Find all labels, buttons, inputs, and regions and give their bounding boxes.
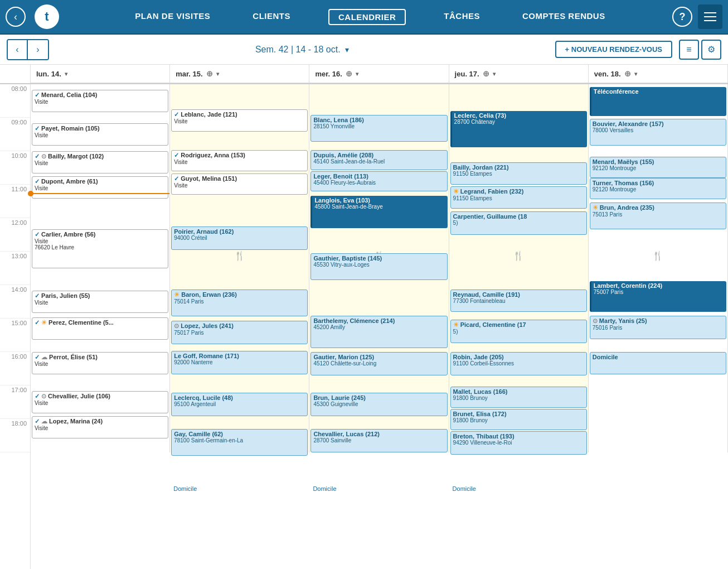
event-ven-4[interactable]: Turner, Thomas (156) 92120 Montrouge bbox=[590, 178, 726, 199]
event-jeu-1[interactable]: Leclerc, Celia (73) 28700 Châtenay bbox=[450, 111, 587, 147]
event-mer-domicile[interactable]: Domicile bbox=[310, 485, 447, 493]
nav-clients[interactable]: CLIENTS bbox=[248, 9, 295, 25]
event-jeu-3[interactable]: ☀ Legrand, Fabien (232) 91150 Étampes bbox=[450, 186, 587, 209]
day-col-mar: ✓ Leblanc, Jade (121) Visite ✓ Rodriguez… bbox=[170, 84, 309, 452]
day-header-lun: lun. 14. ▾ bbox=[31, 65, 170, 83]
time-header bbox=[0, 65, 31, 83]
event-mer-9[interactable]: Chevallier, Lucas (212) 28700 Sainville bbox=[310, 429, 447, 452]
week-dropdown-icon[interactable]: ▾ bbox=[345, 45, 349, 54]
event-mar-domicile[interactable]: Domicile bbox=[171, 485, 308, 493]
add-icon-mer[interactable]: ⊕ bbox=[346, 69, 352, 78]
event-mar-7[interactable]: Le Goff, Romane (171) 92000 Nanterre bbox=[171, 351, 308, 374]
event-mar-1[interactable]: ✓ Leblanc, Jade (121) Visite bbox=[171, 109, 308, 132]
logo: t bbox=[35, 4, 59, 29]
event-mar-6[interactable]: ⊙ Lopez, Jules (241) 75017 Paris bbox=[171, 321, 308, 344]
event-ven-7[interactable]: ⊙ Marty, Yanis (25) 75016 Paris bbox=[590, 316, 726, 339]
day-dropdown-lun[interactable]: ▾ bbox=[65, 71, 67, 77]
day-header-mar: mar. 15. ⊕ ▾ bbox=[170, 65, 309, 83]
event-lun-5[interactable]: ✓ Carlier, Ambre (56) Visite 76620 Le Ha… bbox=[32, 229, 168, 268]
meal-icon-ven: 🍴 bbox=[652, 250, 663, 261]
day-col-lun: ✓ Menard, Celia (104) Visite ✓ Payet, Ro… bbox=[31, 84, 170, 452]
add-icon-mar[interactable]: ⊕ bbox=[206, 69, 213, 78]
event-jeu-domicile[interactable]: Domicile bbox=[450, 485, 587, 493]
time-column: 08:00 09:00 10:00 11:00 12:00 13:00 14:0… bbox=[0, 84, 31, 569]
event-lun-6[interactable]: ✓ Paris, Julien (55) Visite bbox=[32, 291, 168, 313]
event-mer-6[interactable]: Barthelemy, Clémence (214) 45200 Amilly bbox=[310, 316, 447, 348]
event-jeu-5[interactable]: Reynaud, Camille (191) 77300 Fontaineble… bbox=[450, 290, 587, 312]
day-headers: lun. 14. ▾ mar. 15. ⊕ ▾ mer. 16. ⊕ ▾ jeu… bbox=[0, 65, 728, 84]
event-jeu-4[interactable]: Carpentier, Guillaume (18 5) bbox=[450, 211, 587, 235]
day-dropdown-jeu[interactable]: ▾ bbox=[493, 71, 496, 77]
event-jeu-2[interactable]: Bailly, Jordan (221) 91150 Etampes bbox=[450, 162, 587, 185]
hamburger-icon bbox=[704, 12, 716, 21]
menu-button[interactable] bbox=[698, 4, 722, 29]
event-lun-7[interactable]: ✓ ☀ Perez, Clementine (5... bbox=[32, 317, 168, 340]
day-header-ven: ven. 18. ⊕ ▾ bbox=[589, 65, 728, 83]
event-lun-3[interactable]: ✓ ⊙ Bailly, Margot (102) Visite bbox=[32, 151, 168, 173]
event-mar-4[interactable]: Poirier, Arnaud (162) 94000 Créteil bbox=[171, 226, 308, 250]
event-mar-5[interactable]: ☀ Baron, Erwan (236) 75014 Paris bbox=[171, 290, 308, 316]
event-mer-5[interactable]: Gauthier, Baptiste (145) 45530 Vitry-aux… bbox=[310, 253, 447, 280]
day-header-jeu: jeu. 17. ⊕ ▾ bbox=[449, 65, 589, 83]
next-week-button[interactable]: › bbox=[28, 40, 48, 59]
day-dropdown-mer[interactable]: ▾ bbox=[356, 71, 358, 77]
event-jeu-8[interactable]: Mallet, Lucas (166) 91800 Brunoy bbox=[450, 387, 587, 408]
back-button[interactable]: ‹ bbox=[6, 7, 26, 27]
event-lun-1[interactable]: ✓ Menard, Celia (104) Visite bbox=[32, 90, 168, 112]
calendar-container: lun. 14. ▾ mar. 15. ⊕ ▾ mer. 16. ⊕ ▾ jeu… bbox=[0, 65, 728, 569]
nav-comptes-rendus[interactable]: COMPTES RENDUS bbox=[518, 9, 610, 25]
day-col-mer: 🍴 Blanc, Lena (186) 28150 Ymonville Dupu… bbox=[309, 84, 449, 452]
event-jeu-9[interactable]: Brunet, Elisa (172) 91800 Brunoy bbox=[450, 409, 587, 430]
meal-icon-mar: 🍴 bbox=[234, 250, 245, 261]
event-mar-9[interactable]: Gay, Camille (62) 78100 Saint-Germain-en… bbox=[171, 429, 308, 456]
new-appointment-button[interactable]: + NOUVEAU RENDEZ-VOUS bbox=[555, 41, 672, 58]
nav-plan-de-visites[interactable]: PLAN DE VISITES bbox=[130, 9, 215, 25]
prev-week-button[interactable]: ‹ bbox=[8, 40, 28, 59]
day-col-jeu: 🍴 Leclerc, Celia (73) 28700 Châtenay Bai… bbox=[449, 84, 589, 452]
day-dropdown-ven[interactable]: ▾ bbox=[634, 71, 637, 77]
event-mer-3[interactable]: Leger, Benoit (113) 45400 Fleury-les-Aub… bbox=[310, 171, 447, 191]
event-mar-8[interactable]: Leclercq, Lucile (48) 95100 Argenteuil bbox=[171, 393, 308, 416]
event-ven-2[interactable]: Bouvier, Alexandre (157) 78000 Versaille… bbox=[590, 119, 726, 146]
calendar-body: 08:00 09:00 10:00 11:00 12:00 13:00 14:0… bbox=[0, 84, 728, 569]
event-lun-4[interactable]: ✓ Dupont, Ambre (61) Visite bbox=[32, 176, 168, 199]
event-mer-1[interactable]: Blanc, Lena (186) 28150 Ymonville bbox=[310, 115, 447, 142]
event-mar-3[interactable]: ✓ Guyot, Melina (151) Visite bbox=[171, 173, 308, 195]
add-icon-ven[interactable]: ⊕ bbox=[624, 69, 631, 78]
week-label: Sem. 42 | 14 - 18 oct. ▾ bbox=[49, 45, 555, 55]
calendar-toolbar: ‹ › Sem. 42 | 14 - 18 oct. ▾ + NOUVEAU R… bbox=[0, 35, 728, 65]
event-jeu-6[interactable]: ☀ Picard, Clementine (17 5) bbox=[450, 320, 587, 343]
day-col-ven: 🍴 Téléconférence Bouvier, Alexandre (157… bbox=[589, 84, 728, 452]
event-mer-8[interactable]: Brun, Laurie (245) 45300 Guigneville bbox=[310, 393, 447, 416]
top-nav: ‹ t PLAN DE VISITES CLIENTS CALENDRIER T… bbox=[0, 0, 728, 35]
event-lun-2[interactable]: ✓ Payet, Romain (105) Visite bbox=[32, 123, 168, 146]
event-mer-4[interactable]: Langlois, Eva (103) 45800 Saint-Jean-de-… bbox=[310, 196, 447, 228]
event-jeu-10[interactable]: Breton, Thibaut (193) 94290 Villeneuve-l… bbox=[450, 431, 587, 455]
nav-calendrier[interactable]: CALENDRIER bbox=[328, 9, 406, 25]
main-nav: PLAN DE VISITES CLIENTS CALENDRIER TÂCHE… bbox=[68, 9, 672, 25]
event-mer-2[interactable]: Dupuis, Amélie (208) 45140 Saint-Jean-de… bbox=[310, 150, 447, 170]
event-ven-3[interactable]: Menard, Maëlys (155) 92120 Montrouge bbox=[590, 157, 726, 178]
event-ven-5[interactable]: ☀ Brun, Andrea (235) 75013 Paris bbox=[590, 202, 726, 229]
event-mar-2[interactable]: ✓ Rodriguez, Anna (153) Visite bbox=[171, 150, 308, 171]
day-header-mer: mer. 16. ⊕ ▾ bbox=[309, 65, 449, 83]
settings-button[interactable]: ⚙ bbox=[701, 40, 721, 60]
event-mer-7[interactable]: Gautier, Marion (125) 45120 Châlette-sur… bbox=[310, 352, 447, 375]
event-ven-8[interactable]: Domicile bbox=[590, 352, 726, 374]
event-lun-8[interactable]: ✓ ☁ Perrot, Élise (51) Visite bbox=[32, 352, 168, 374]
event-lun-9[interactable]: ✓ ⊙ Chevallier, Julie (106) Visite bbox=[32, 391, 168, 413]
week-nav-arrows: ‹ › bbox=[7, 39, 49, 60]
event-ven-6[interactable]: Lambert, Corentin (224) 75007 Paris bbox=[590, 281, 726, 312]
add-icon-jeu[interactable]: ⊕ bbox=[483, 69, 489, 78]
help-button[interactable]: ? bbox=[672, 7, 692, 27]
day-dropdown-mar[interactable]: ▾ bbox=[216, 71, 219, 77]
nav-taches[interactable]: TÂCHES bbox=[439, 9, 484, 25]
event-lun-10[interactable]: ✓ ☁ Lopez, Marina (24) Visite bbox=[32, 416, 168, 438]
nav-right: ? bbox=[672, 4, 722, 29]
meal-icon-jeu: 🍴 bbox=[513, 250, 524, 261]
event-ven-1[interactable]: Téléconférence bbox=[590, 87, 726, 116]
event-jeu-7[interactable]: Robin, Jade (205) 91100 Corbeil-Essonnes bbox=[450, 352, 587, 375]
list-view-button[interactable]: ≡ bbox=[679, 40, 699, 60]
